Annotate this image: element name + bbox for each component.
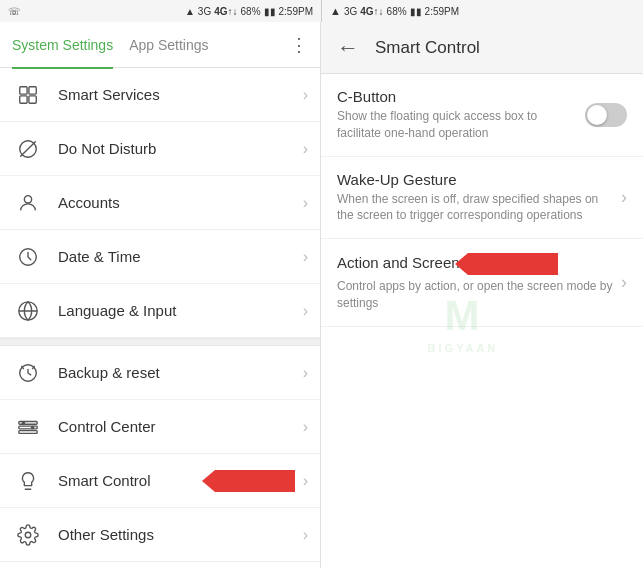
action-screen-desc: Control apps by action, or open the scre… (337, 278, 613, 312)
smart-control-chevron: › (303, 472, 308, 490)
red-arrow-smart-control (215, 470, 295, 492)
date-time-chevron: › (303, 248, 308, 266)
right-settings-list: C-Button Show the floating quick access … (321, 74, 643, 568)
sidebar-item-accounts[interactable]: Accounts › (0, 176, 320, 230)
smart-services-label: Smart Services (58, 86, 303, 103)
c-button-desc: Show the floating quick access box to fa… (337, 108, 577, 142)
language-icon (12, 295, 44, 327)
signal-4g: 4G↑↓ (214, 6, 237, 17)
svg-point-11 (31, 425, 35, 429)
svg-rect-3 (29, 95, 36, 102)
sidebar-item-smart-control[interactable]: Smart Control › (0, 454, 320, 508)
battery-icon-left: ▮▮ (264, 6, 276, 17)
svg-rect-0 (20, 86, 27, 93)
do-not-disturb-icon (12, 133, 44, 165)
sidebar-item-date-time[interactable]: Date & Time › (0, 230, 320, 284)
tab-more-button[interactable]: ⋮ (290, 34, 308, 56)
battery-percent-left: 68% (241, 6, 261, 17)
sidebar-item-smart-services[interactable]: Smart Services › (0, 68, 320, 122)
right-item-wake-up-gesture[interactable]: Wake-Up Gesture When the screen is off, … (321, 157, 643, 240)
backup-icon (12, 357, 44, 389)
right-header: ← Smart Control (321, 22, 643, 74)
c-button-title: C-Button (337, 88, 577, 105)
sidebar-item-about-phone[interactable]: About Phone › (0, 562, 320, 568)
wake-up-gesture-desc: When the screen is off, draw specified s… (337, 191, 613, 225)
settings-list: Smart Services › Do Not Disturb › Accoun… (0, 68, 320, 568)
wake-up-gesture-title: Wake-Up Gesture (337, 171, 613, 188)
network-3g-right: 3G (344, 6, 357, 17)
svg-rect-9 (19, 430, 37, 433)
action-screen-title: Action and Screen (337, 254, 460, 271)
control-center-chevron: › (303, 418, 308, 436)
accounts-label: Accounts (58, 194, 303, 211)
sidebar-item-control-center[interactable]: Control Center › (0, 400, 320, 454)
backup-reset-chevron: › (303, 364, 308, 382)
content-area: System Settings App Settings ⋮ Smart Ser… (0, 22, 643, 568)
smart-control-icon (12, 465, 44, 497)
status-bar: ☏ ▲ 3G 4G↑↓ 68% ▮▮ 2:59PM ▲ 3G 4G↑↓ 68% … (0, 0, 643, 22)
right-panel: ← Smart Control C-Button Show the floati… (321, 22, 643, 568)
time-right: 2:59PM (425, 6, 459, 17)
time-left: 2:59PM (279, 6, 313, 17)
left-status-icons: ▲ 3G 4G↑↓ 68% ▮▮ 2:59PM (185, 6, 313, 17)
sidebar-item-do-not-disturb[interactable]: Do Not Disturb › (0, 122, 320, 176)
network-3g: 3G (198, 6, 211, 17)
svg-rect-2 (20, 95, 27, 102)
right-panel-title: Smart Control (375, 38, 480, 58)
wake-up-gesture-content: Wake-Up Gesture When the screen is off, … (337, 171, 613, 225)
right-item-action-screen[interactable]: Action and Screen Control apps by action… (321, 239, 643, 327)
accounts-chevron: › (303, 194, 308, 212)
wake-up-gesture-chevron: › (621, 187, 627, 208)
control-center-icon (12, 411, 44, 443)
sidebar-item-other-settings[interactable]: Other Settings › (0, 508, 320, 562)
wifi-icon: ▲ (185, 6, 195, 17)
back-button[interactable]: ← (337, 35, 359, 61)
language-input-label: Language & Input (58, 302, 303, 319)
c-button-content: C-Button Show the floating quick access … (337, 88, 577, 142)
status-bar-left: ☏ ▲ 3G 4G↑↓ 68% ▮▮ 2:59PM (0, 0, 321, 22)
backup-reset-label: Backup & reset (58, 364, 303, 381)
sidebar-item-backup-reset[interactable]: Backup & reset › (0, 346, 320, 400)
sidebar-item-language-input[interactable]: Language & Input › (0, 284, 320, 338)
battery-percent-right: 68% (387, 6, 407, 17)
tab-app-settings[interactable]: App Settings (129, 33, 208, 57)
red-arrow-action-screen (468, 253, 558, 275)
status-bar-right: ▲ 3G 4G↑↓ 68% ▮▮ 2:59PM (322, 0, 643, 22)
language-input-chevron: › (303, 302, 308, 320)
other-settings-label: Other Settings (58, 526, 303, 543)
sim-icon: ☏ (8, 6, 21, 17)
do-not-disturb-label: Do Not Disturb (58, 140, 303, 157)
svg-rect-1 (29, 86, 36, 93)
tab-system-settings[interactable]: System Settings (12, 33, 113, 57)
date-time-icon (12, 241, 44, 273)
tab-bar: System Settings App Settings ⋮ (0, 22, 320, 68)
smart-services-chevron: › (303, 86, 308, 104)
left-panel: System Settings App Settings ⋮ Smart Ser… (0, 22, 321, 568)
signal-4g-right: 4G↑↓ (360, 6, 383, 17)
c-button-toggle[interactable] (585, 103, 627, 127)
other-settings-chevron: › (303, 526, 308, 544)
battery-icon-right: ▮▮ (410, 6, 422, 17)
do-not-disturb-chevron: › (303, 140, 308, 158)
action-screen-chevron: › (621, 272, 627, 293)
right-status-icons: ▲ 3G 4G↑↓ 68% ▮▮ 2:59PM (330, 5, 459, 17)
other-settings-icon (12, 519, 44, 551)
section-divider-1 (0, 338, 320, 346)
control-center-label: Control Center (58, 418, 303, 435)
date-time-label: Date & Time (58, 248, 303, 265)
action-screen-content: Action and Screen Control apps by action… (337, 253, 613, 312)
svg-point-4 (24, 195, 31, 202)
toggle-c-button[interactable] (585, 103, 627, 127)
svg-point-10 (22, 421, 26, 425)
accounts-icon (12, 187, 44, 219)
right-item-c-button[interactable]: C-Button Show the floating quick access … (321, 74, 643, 157)
smart-control-label: Smart Control (58, 472, 215, 489)
wifi-icon-right: ▲ (330, 5, 341, 17)
smart-services-icon (12, 79, 44, 111)
